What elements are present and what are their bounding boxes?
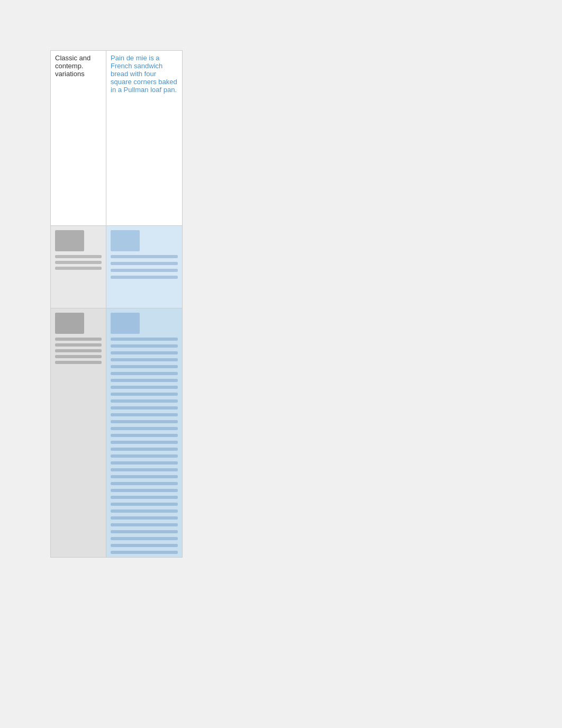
blur-line	[111, 262, 178, 265]
blur-line	[111, 399, 178, 403]
blur-line	[111, 454, 178, 458]
cell-left-text-1: Classic and contemp. variations	[55, 54, 90, 78]
blur-line	[111, 509, 178, 513]
content-table: Classic and contemp. variations Pain de …	[50, 50, 183, 558]
cell-left-2	[51, 226, 106, 308]
blur-line	[55, 343, 102, 347]
blur-line	[55, 349, 102, 352]
blur-line	[111, 530, 178, 533]
blur-line	[111, 372, 178, 375]
blur-line	[111, 276, 178, 279]
thumbnail-image-right-3	[111, 313, 140, 334]
blur-line	[111, 427, 178, 430]
blur-line	[111, 351, 178, 354]
blur-line	[111, 338, 178, 341]
blur-line	[111, 386, 178, 389]
blur-line	[111, 516, 178, 520]
cell-left-3	[51, 308, 106, 557]
blurred-text-lines-left	[55, 255, 102, 272]
blurred-text-lines-right-3	[111, 338, 178, 557]
blur-line	[111, 461, 178, 465]
cell-right-1: Pain de mie is a French sandwich bread w…	[106, 51, 182, 225]
blur-line	[111, 413, 178, 416]
blur-line	[111, 551, 178, 554]
blur-line	[111, 448, 178, 451]
blur-line	[111, 420, 178, 423]
thumbnail-image-right	[111, 230, 140, 251]
blur-line	[55, 267, 102, 270]
cell-right-3	[106, 308, 182, 557]
blur-line	[111, 406, 178, 410]
blur-line	[111, 434, 178, 437]
blur-line	[111, 482, 178, 485]
table-row: Classic and contemp. variations Pain de …	[51, 51, 182, 226]
blurred-text-lines-right	[111, 255, 178, 283]
blur-line	[55, 361, 102, 364]
blur-line	[111, 441, 178, 444]
blur-line	[111, 503, 178, 506]
thumbnail-image-left	[55, 230, 84, 251]
blur-line	[55, 261, 102, 264]
table-row	[51, 308, 182, 557]
blur-line	[111, 358, 178, 361]
blur-line	[111, 379, 178, 382]
cell-right-2	[106, 226, 182, 308]
blur-line	[111, 468, 178, 471]
page-container: Classic and contemp. variations Pain de …	[0, 0, 562, 728]
blur-line	[111, 269, 178, 272]
table-row	[51, 226, 182, 308]
thumbnail-image-left-3	[55, 313, 84, 334]
blur-line	[111, 496, 178, 499]
blur-line	[55, 338, 102, 341]
blur-line	[111, 344, 178, 348]
cell-left-1: Classic and contemp. variations	[51, 51, 106, 225]
blur-line	[111, 544, 178, 547]
blur-line	[111, 255, 178, 258]
blur-line	[55, 255, 102, 258]
cell-right-link-text-1[interactable]: Pain de mie is a French sandwich bread w…	[111, 54, 177, 94]
blur-line	[111, 365, 178, 368]
blur-line	[55, 355, 102, 358]
blur-line	[111, 475, 178, 478]
blur-line	[111, 489, 178, 492]
blurred-text-lines-left-3	[55, 338, 102, 367]
blur-line	[111, 393, 178, 396]
blur-line	[111, 537, 178, 540]
blur-line	[111, 523, 178, 526]
